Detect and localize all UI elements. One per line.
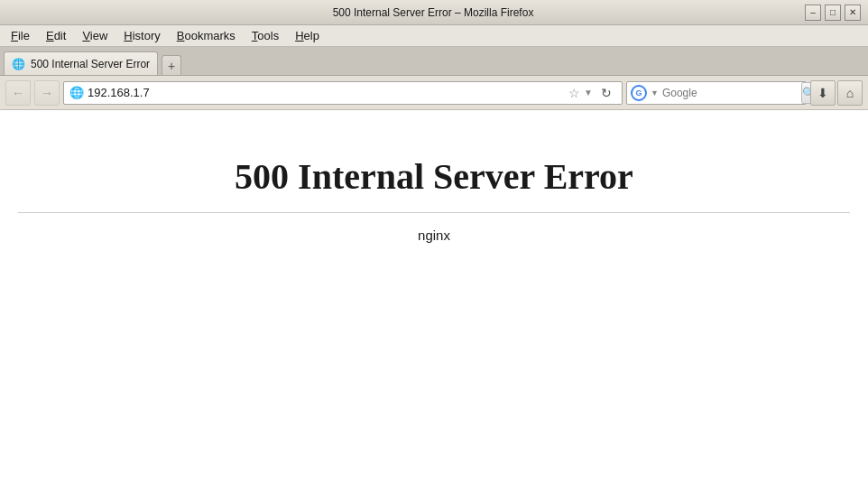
menu-bookmarks[interactable]: Bookmarks [170, 27, 243, 44]
server-label: nginx [418, 228, 450, 243]
bookmark-star-icon[interactable]: ☆ [568, 86, 580, 100]
address-bar: 🌐 ☆ ▼ ↻ [63, 81, 623, 105]
error-divider [18, 212, 850, 213]
menu-bar: File Edit View History Bookmarks Tools H… [0, 25, 868, 47]
menu-history[interactable]: History [116, 27, 167, 44]
title-bar: 500 Internal Server Error – Mozilla Fire… [0, 0, 868, 25]
active-tab[interactable]: 🌐 500 Internal Server Error [4, 51, 158, 75]
tab-page-icon: 🌐 [12, 58, 25, 70]
address-input[interactable] [88, 86, 565, 99]
refresh-button[interactable]: ↻ [596, 83, 616, 103]
search-bar: G ▼ 🔍 [626, 81, 807, 105]
menu-help[interactable]: Help [288, 27, 327, 44]
forward-button[interactable]: → [34, 80, 60, 106]
tab-label: 500 Internal Server Error [31, 58, 150, 70]
address-dropdown-icon[interactable]: ▼ [584, 88, 593, 98]
menu-tools[interactable]: Tools [245, 27, 286, 44]
close-button[interactable]: ✕ [845, 5, 861, 21]
back-button[interactable]: ← [5, 80, 31, 106]
maximize-button[interactable]: □ [825, 5, 841, 21]
nav-bar: ← → 🌐 ☆ ▼ ↻ G ▼ 🔍 ⬇ ⌂ [0, 76, 868, 110]
content-area: 500 Internal Server Error nginx [0, 110, 868, 483]
downloads-button[interactable]: ⬇ [810, 80, 836, 106]
menu-view[interactable]: View [75, 27, 115, 44]
menu-file[interactable]: File [4, 27, 37, 44]
error-heading: 500 Internal Server Error [235, 155, 633, 198]
nav-extra-buttons: ⬇ ⌂ [810, 80, 863, 106]
window-title: 500 Internal Server Error – Mozilla Fire… [61, 6, 805, 19]
search-input[interactable] [662, 87, 798, 99]
menu-edit[interactable]: Edit [39, 27, 73, 44]
tab-bar: 🌐 500 Internal Server Error + [0, 47, 868, 76]
minimize-button[interactable]: – [805, 5, 821, 21]
window-controls: – □ ✕ [805, 5, 861, 21]
new-tab-button[interactable]: + [162, 55, 181, 75]
page-icon: 🌐 [69, 86, 84, 99]
google-icon: G [631, 85, 647, 101]
search-dropdown-icon[interactable]: ▼ [651, 88, 659, 98]
home-button[interactable]: ⌂ [837, 80, 863, 106]
